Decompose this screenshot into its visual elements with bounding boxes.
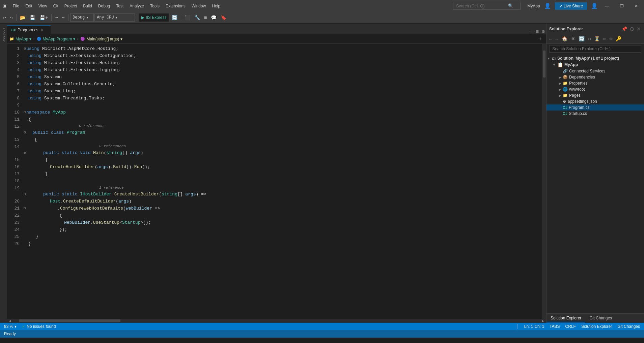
menu-build[interactable]: Build bbox=[80, 2, 95, 10]
se-collapse-btn[interactable]: ⊟ bbox=[587, 35, 592, 42]
se-forward-btn[interactable]: → bbox=[554, 36, 559, 42]
se-show-all-btn[interactable]: 👁 bbox=[569, 36, 577, 42]
layout-btn[interactable]: ⊞ bbox=[202, 14, 208, 22]
debug-toolbar-btn[interactable]: 🔧 bbox=[193, 14, 202, 22]
back-btn[interactable]: ↩ bbox=[1, 14, 7, 22]
se-home-btn[interactable]: 🏠 bbox=[560, 35, 569, 42]
solution-explorer-bottom-label[interactable]: Solution Explorer bbox=[581, 324, 612, 329]
menu-file[interactable]: File bbox=[10, 2, 22, 10]
se-back-btn[interactable]: ← bbox=[548, 36, 553, 42]
comment-btn[interactable]: 💬 bbox=[209, 14, 218, 22]
tab-action-settings[interactable]: ⚙ bbox=[541, 29, 546, 34]
menu-tools[interactable]: Tools bbox=[147, 2, 162, 10]
se-tab-solution-explorer[interactable]: Solution Explorer bbox=[547, 314, 585, 322]
breadcrumb-project[interactable]: 📁 MyApp ▾ bbox=[9, 37, 31, 41]
se-dep-expand[interactable]: ▶ bbox=[559, 75, 563, 79]
refresh-btn[interactable]: 🔄 bbox=[170, 14, 179, 22]
open-folder-btn[interactable]: 📂 bbox=[18, 14, 27, 22]
menu-test[interactable]: Test bbox=[113, 2, 126, 10]
fold-19[interactable]: ⊟ bbox=[24, 191, 26, 198]
line-num-9: 9 bbox=[9, 102, 20, 109]
se-dependencies-item[interactable]: ▶ 📦 Dependencies bbox=[547, 74, 644, 80]
menu-view[interactable]: View bbox=[36, 2, 50, 10]
save-btn[interactable]: 💾 bbox=[28, 14, 37, 22]
se-www-expand[interactable]: ▶ bbox=[559, 88, 563, 91]
se-close-btn[interactable]: ✕ bbox=[636, 26, 641, 32]
breadcrumb-class[interactable]: 🔵 MyApp.Program ▾ bbox=[37, 37, 76, 41]
redo-btn[interactable]: ↷ bbox=[60, 14, 66, 22]
status-zoom[interactable]: 83 % ▾ bbox=[4, 324, 17, 329]
fold-10[interactable]: ⊟ bbox=[24, 109, 26, 116]
bookmark-btn[interactable]: 🔖 bbox=[219, 14, 228, 22]
se-appsettings-item[interactable]: ▶ ⚙ appsettings.json bbox=[547, 98, 644, 104]
menu-extensions[interactable]: Extensions bbox=[163, 2, 188, 10]
se-move-btn[interactable]: ⬡ bbox=[629, 26, 635, 32]
menu-analyze[interactable]: Analyze bbox=[127, 2, 147, 10]
code-editor: 1 2 3 4 5 6 7 8 9 10 11 12 13 14 15 16 1… bbox=[7, 44, 546, 319]
breadcrumb-method[interactable]: 🟣 Main(string[] args) ▾ bbox=[80, 37, 122, 41]
se-refresh-btn[interactable]: 🔄 bbox=[578, 35, 586, 42]
debug-config-dropdown[interactable]: Debug ▾ bbox=[70, 13, 94, 22]
scroll-right-btn[interactable]: ▶ bbox=[540, 319, 545, 323]
se-track-btn[interactable]: ⊞ bbox=[602, 35, 607, 42]
se-prop-expand[interactable]: ▶ bbox=[559, 82, 563, 85]
live-share-button[interactable]: ↗ Live Share bbox=[555, 2, 587, 10]
fold-14[interactable]: ⊟ bbox=[24, 149, 26, 156]
minimize-button[interactable]: — bbox=[602, 2, 613, 10]
se-programcs-item[interactable]: ▶ C# Program.cs bbox=[547, 104, 644, 111]
breadcrumb-add-button[interactable]: ＋ bbox=[538, 35, 543, 42]
fold-21[interactable]: ⊟ bbox=[24, 205, 26, 212]
menu-edit[interactable]: Edit bbox=[23, 2, 35, 10]
tab-close-button[interactable]: ✕ bbox=[40, 28, 43, 32]
horizontal-scrollbar[interactable]: ◀ ▶ bbox=[7, 319, 546, 323]
run-button[interactable]: ▶ IIS Express bbox=[139, 13, 169, 22]
se-tab-git-changes[interactable]: Git Changes bbox=[585, 314, 616, 322]
se-project-item[interactable]: ▾ 📋 MyApp bbox=[547, 61, 644, 68]
se-pages-expand[interactable]: ▶ bbox=[559, 94, 563, 97]
se-pending-btn[interactable]: ⏳ bbox=[593, 35, 601, 42]
tab-action-split[interactable]: ⊞ bbox=[534, 29, 540, 34]
undo-btn[interactable]: ↶ bbox=[53, 14, 59, 22]
code-line-10: ⊟ namespace MyApp bbox=[24, 109, 542, 116]
code-content[interactable]: ⊟ using Microsoft.AspNetCore.Hosting; us… bbox=[24, 44, 542, 319]
forward-btn[interactable]: ↪ bbox=[8, 14, 14, 22]
toolbox-label[interactable]: Toolbox bbox=[1, 26, 6, 43]
debug-stop-btn[interactable]: ⬛ bbox=[183, 14, 192, 22]
vertical-scrollbar[interactable] bbox=[542, 44, 546, 319]
status-crlf[interactable]: CRLF bbox=[565, 324, 576, 329]
maximize-button[interactable]: ❐ bbox=[617, 2, 627, 10]
close-button[interactable]: ✕ bbox=[631, 2, 641, 10]
se-appsettings-label: appsettings.json bbox=[568, 99, 597, 104]
save-all-btn[interactable]: 💾+ bbox=[38, 14, 50, 22]
se-prop-label: Properties bbox=[569, 81, 588, 86]
menu-project[interactable]: Project bbox=[62, 2, 80, 10]
fold-12[interactable]: ⊟ bbox=[24, 129, 26, 136]
se-properties-btn[interactable]: 🔑 bbox=[614, 35, 623, 42]
se-wwwroot-item[interactable]: ▶ 🌐 wwwroot bbox=[547, 86, 644, 92]
se-solution-expand[interactable]: ▾ bbox=[548, 57, 552, 60]
fold-1[interactable]: ⊟ bbox=[24, 45, 26, 52]
user-avatar[interactable]: 👤 bbox=[544, 3, 551, 9]
tab-action-overflow[interactable]: ⋮ bbox=[526, 29, 534, 34]
search-input[interactable] bbox=[456, 4, 507, 8]
se-connected-services-item[interactable]: ▶ 🔗 Connected Services bbox=[547, 68, 644, 74]
menu-git[interactable]: Git bbox=[50, 2, 61, 10]
se-project-expand[interactable]: ▾ bbox=[553, 63, 557, 67]
menu-debug[interactable]: Debug bbox=[95, 2, 113, 10]
se-search-input[interactable] bbox=[549, 45, 641, 53]
git-changes-bottom-label[interactable]: Git Changes bbox=[617, 324, 640, 329]
se-settings-btn[interactable]: ⚙ bbox=[608, 35, 614, 42]
status-tabs[interactable]: TABS bbox=[550, 324, 560, 329]
se-pages-item[interactable]: ▶ 📁 Pages bbox=[547, 92, 644, 98]
program-cs-tab[interactable]: C# Program.cs ✕ bbox=[7, 25, 51, 34]
se-startupcs-item[interactable]: ▶ C# Startup.cs bbox=[547, 111, 644, 117]
status-ln-ch[interactable]: Ln: 1 Ch: 1 bbox=[524, 324, 544, 329]
platform-dropdown[interactable]: Any CPU ▾ bbox=[94, 13, 135, 22]
se-properties-item[interactable]: ▶ 📁 Properties bbox=[547, 80, 644, 86]
se-solution-item[interactable]: ▾ 🗂 Solution 'MyApp' (1 of 1 project) bbox=[547, 55, 644, 61]
menu-help[interactable]: Help bbox=[209, 2, 223, 10]
status-issues[interactable]: ✓ No issues found bbox=[22, 324, 56, 329]
se-pin-btn[interactable]: 📌 bbox=[621, 26, 628, 32]
menu-window[interactable]: Window bbox=[189, 2, 209, 10]
scroll-left-btn[interactable]: ◀ bbox=[7, 319, 12, 323]
